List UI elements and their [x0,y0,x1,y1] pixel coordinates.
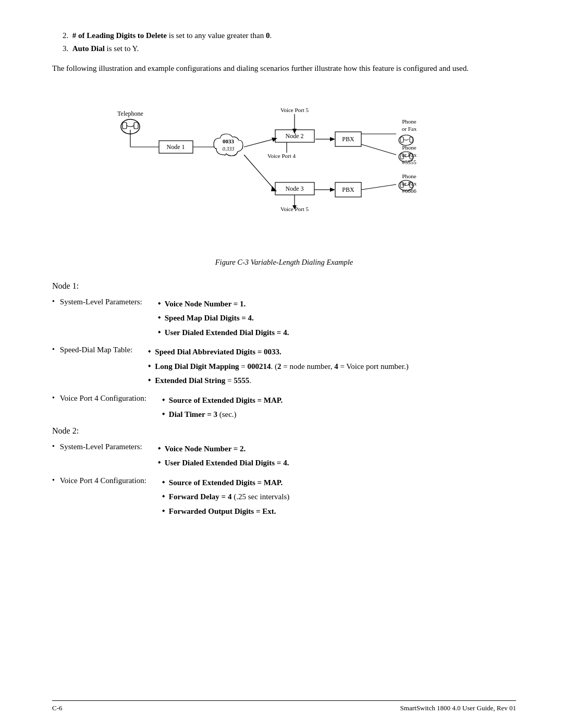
node2-text: Node 2 [286,132,304,140]
phone-icon-top [399,135,413,145]
node1-voice-port-item: Voice Port 4 Configuration: Source of Ex… [52,392,516,423]
diagram-caption: Figure C-3 Variable-Length Dialing Examp… [52,258,516,267]
intro-paragraph: The following illustration and example c… [52,63,516,75]
arrow-cloud-node2 [244,139,274,147]
diagram-container: Telephone Node 1 0033 [52,87,516,254]
list-item-3-label: Auto Dial [72,44,105,53]
node2-forwarded: Forwarded Output Digits = Ext. [169,505,276,517]
node2-source: Source of Extended Digits = MAP. [169,477,283,489]
node1-extended-dial-item: Extended Dial String = 5555. [148,375,408,387]
phone-fax-top-label: Phone [402,118,417,125]
node1-voice-port-sub-list: Source of Extended Digits = MAP. Dial Ti… [162,394,283,423]
node1-speed-map: Speed Map Dial Digits = 4. [165,312,254,324]
footer: C-6 SmartSwitch 1800 4.0 User Guide, Rev… [52,700,516,712]
node1-voice-node-item: Voice Node Number = 1. [158,298,289,310]
node2-voice-port-label: Voice Port 4 Configuration: [60,475,146,487]
node1-dial-timer: Dial Timer = 3 (sec.) [169,409,237,421]
node1-speed-abbrev: Speed Dial Abbreviated Digits = 0033. [155,346,281,358]
svg-rect-11 [400,137,403,142]
node2-forward-delay: Forward Delay = 4 (.25 sec intervals) [169,491,289,503]
node2-source-item: Source of Extended Digits = MAP. [162,477,289,489]
node1-speed-dial-sub-list: Speed Dial Abbreviated Digits = 0033. Lo… [148,346,408,389]
pbx1-text: PBX [342,135,354,143]
node2-forward-delay-item: Forward Delay = 4 (.25 sec intervals) [162,491,289,503]
svg-rect-1 [123,122,127,129]
phone-fax-5555-label: Phone [402,144,417,151]
node1-speed-dial-item: Speed-Dial Map Table: Speed Dial Abbrevi… [52,344,516,389]
svg-line-19 [361,144,396,155]
node1-source-item: Source of Extended Digits = MAP. [162,394,283,406]
node1-speed-dial-label: Speed-Dial Map Table: [60,344,132,356]
pbx2-text: PBX [342,186,354,193]
node1-speed-abbrev-item: Speed Dial Abbreviated Digits = 0033. [148,346,408,358]
node1-source: Source of Extended Digits = MAP. [169,394,283,406]
node2-heading: Node 2: [52,426,516,436]
node3-text: Node 3 [286,185,304,192]
list-item-2: 2. # of Leading Digits to Delete is set … [52,31,516,40]
node2-user-dialed-item: User Dialed Extended Dial Digits = 4. [158,457,289,469]
svg-marker-8 [330,137,335,141]
svg-text:or Fax: or Fax [402,152,417,158]
cloud-shape: 0033 0.333 [214,134,243,156]
node2-user-dialed: User Dialed Extended Dial Digits = 4. [165,457,289,469]
node1-extended-dial: Extended Dial String = 5555. [155,375,251,387]
node1-voice-port-label: Voice Port 4 Configuration: [60,392,146,404]
intro-list: 2. # of Leading Digits to Delete is set … [52,31,516,53]
list-item-2-bold: # of Leading Digits to Delete [72,31,167,40]
voice-port5-top-label: Voice Port 5 [280,107,309,113]
diagram-svg: Telephone Node 1 0033 [102,87,467,254]
node2-forwarded-item: Forwarded Output Digits = Ext. [162,505,289,517]
node1-system-item: System-Level Parameters: Voice Node Numb… [52,296,516,341]
node2-system-item: System-Level Parameters: Voice Node Numb… [52,441,516,472]
node1-dial-timer-item: Dial Timer = 3 (sec.) [162,409,283,421]
node2-voice-port-sub-list: Source of Extended Digits = MAP. Forward… [162,477,289,520]
arrow-cloud-node3 [244,155,274,189]
node1-user-dialed: User Dialed Extended Dial Digits = 4. [165,327,289,339]
node1-voice-node: Voice Node Number = 1. [165,298,246,310]
node1-long-dial: Long Dial Digit Mapping = 000214. (2 = n… [155,361,408,373]
node1-system-label: System-Level Parameters: [60,296,142,308]
node2-voice-node: Voice Node Number = 2. [165,443,246,455]
node1-long-dial-item: Long Dial Digit Mapping = 000214. (2 = n… [148,361,408,373]
svg-text:or Fax: or Fax [402,126,417,132]
node2-system-label: System-Level Parameters: [60,441,142,453]
node1-user-dialed-item: User Dialed Extended Dial Digits = 4. [158,327,289,339]
node2-system-sub-list: Voice Node Number = 2. User Dialed Exten… [158,443,289,472]
node2-voice-node-item: Voice Node Number = 2. [158,443,289,455]
list-item-3: 3. Auto Dial is set to Y. [52,44,516,53]
telephone-label: Telephone [117,110,143,117]
node2-bullet-list: System-Level Parameters: Voice Node Numb… [52,441,516,520]
phone-fax-6666-label: Phone [402,173,417,179]
node1-text: Node 1 [167,143,185,151]
svg-text:0.333: 0.333 [223,146,235,152]
svg-text:0033: 0033 [223,138,235,144]
arrow2-head [272,138,277,142]
list-item-2-text: is set to any value greater than 0. [169,31,272,40]
node1-heading: Node 1: [52,281,516,291]
node1-system-sub-list: Voice Node Number = 1. Speed Map Dial Di… [158,298,289,341]
list-item-3-rest: is set to Y. [105,44,139,53]
node1-bullet-list: System-Level Parameters: Voice Node Numb… [52,296,516,423]
svg-text:or Fax: or Fax [402,180,417,187]
voice-port4-label: Voice Port 4 [267,153,296,159]
footer-right: SmartSwitch 1800 4.0 User Guide, Rev 01 [400,704,516,712]
svg-line-28 [361,184,396,190]
footer-left: C-6 [52,704,63,712]
node2-voice-port-item: Voice Port 4 Configuration: Source of Ex… [52,475,516,520]
svg-rect-2 [134,122,138,129]
node3-pbx2-arrow [330,188,335,192]
page: 2. # of Leading Digits to Delete is set … [0,0,563,728]
node1-speed-map-item: Speed Map Dial Digits = 4. [158,312,289,324]
